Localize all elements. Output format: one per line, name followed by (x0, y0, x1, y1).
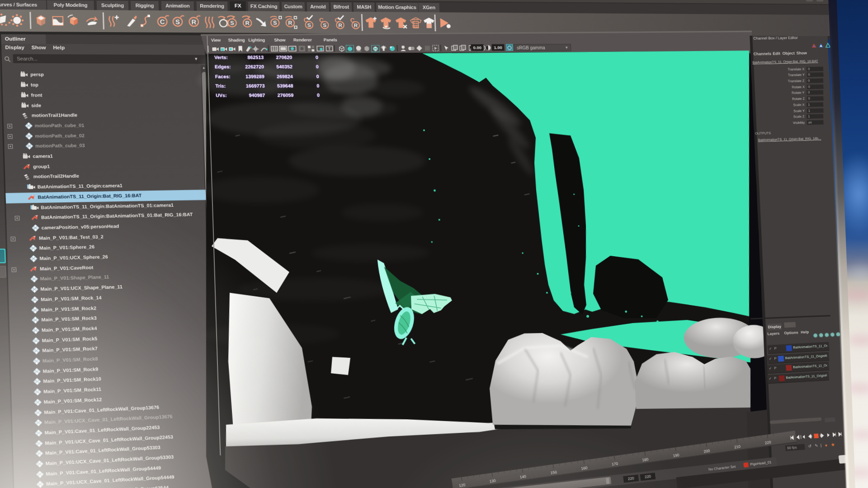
svg-text:T: T (328, 47, 331, 51)
